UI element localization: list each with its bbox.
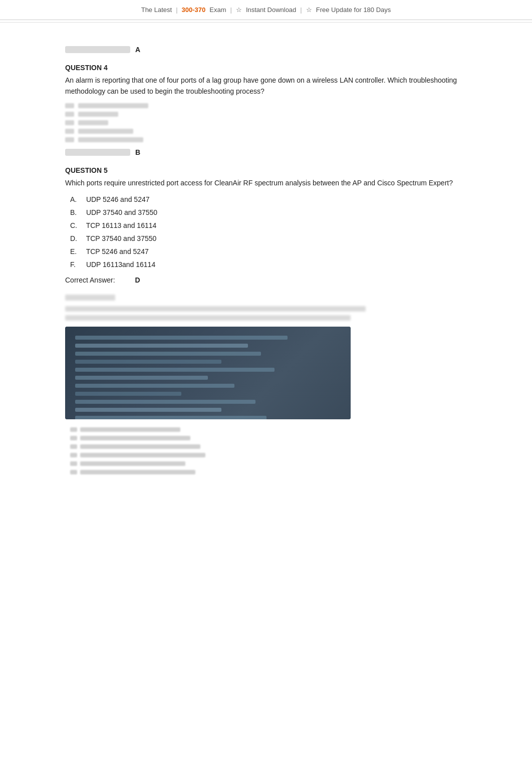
q5-option-f: F. UDP 16113and 16114: [70, 259, 467, 270]
q5-options-list: A. UDP 5246 and 5247 B. UDP 37540 and 37…: [65, 194, 467, 270]
q5-option-a: A. UDP 5246 and 5247: [70, 194, 467, 205]
question-4-block: QUESTION 4 An alarm is reporting that on…: [65, 64, 467, 156]
q5-option-d: D. TCP 37540 and 37550: [70, 233, 467, 244]
question-6-block: [65, 294, 467, 474]
header-prefix: The Latest: [141, 6, 172, 14]
q5-option-f-text: UDP 16113and 16114: [86, 260, 155, 269]
main-content: A QUESTION 4 An alarm is reporting that …: [0, 31, 532, 504]
q5-option-f-label: F.: [70, 259, 84, 270]
q5-answer-value: D: [135, 276, 140, 284]
q4-answer-bottom: B: [65, 148, 467, 156]
q4-answer-value-bottom: B: [135, 148, 140, 156]
question-5-block: QUESTION 5 Which ports require unrestric…: [65, 166, 467, 284]
q6-blurred-header: [65, 294, 467, 302]
q4-blurred-options: [65, 103, 467, 142]
header-suffix: Exam: [209, 6, 226, 14]
q5-option-e: E. TCP 5246 and 5247: [70, 246, 467, 257]
q4-title: QUESTION 4: [65, 64, 467, 72]
q5-option-d-label: D.: [70, 233, 84, 244]
q5-option-b-label: B.: [70, 207, 84, 218]
header-exam-code[interactable]: 300-370: [182, 6, 206, 14]
q5-text: Which ports require unrestricted port ac…: [65, 177, 467, 188]
q4-redacted-label-top: [65, 46, 130, 53]
q5-option-b-text: UDP 37540 and 37550: [86, 208, 157, 216]
q5-option-d-text: TCP 37540 and 37550: [86, 234, 157, 242]
header-free-update: Free Update for 180 Days: [316, 6, 391, 14]
q5-option-e-text: TCP 5246 and 5247: [86, 247, 149, 255]
q5-option-c: C. TCP 16113 and 16114: [70, 220, 467, 231]
q6-terminal-lines: [75, 336, 341, 419]
q4-text: An alarm is reporting that one of four p…: [65, 75, 467, 97]
q5-option-a-label: A.: [70, 194, 84, 205]
q4-redacted-label-bottom: [65, 149, 130, 156]
q6-blurred-options: [70, 427, 467, 474]
header-instant-download: Instant Download: [246, 6, 296, 14]
header-sep3: |: [300, 6, 302, 14]
header-star1: ☆: [236, 6, 242, 14]
q6-blurred-text: [65, 306, 467, 321]
q5-answer: Correct Answer: D: [65, 276, 467, 284]
q6-screenshot: [65, 327, 351, 419]
q5-option-e-label: E.: [70, 246, 84, 257]
q5-option-b: B. UDP 37540 and 37550: [70, 207, 467, 218]
q5-option-c-label: C.: [70, 220, 84, 231]
q5-answer-label: Correct Answer:: [65, 276, 115, 284]
q5-title: QUESTION 5: [65, 166, 467, 174]
q4-answer-value-top: A: [135, 46, 140, 54]
header-star2: ☆: [306, 6, 312, 14]
header-bar: The Latest | 300-370 Exam | ☆ Instant Do…: [0, 0, 532, 20]
q4-answer-top: A: [65, 46, 467, 54]
header-divider: [0, 22, 532, 23]
q5-option-a-text: UDP 5246 and 5247: [86, 195, 150, 203]
header-sep1: |: [176, 6, 177, 14]
q5-option-c-text: TCP 16113 and 16114: [86, 221, 157, 229]
header-sep2: |: [230, 6, 231, 14]
